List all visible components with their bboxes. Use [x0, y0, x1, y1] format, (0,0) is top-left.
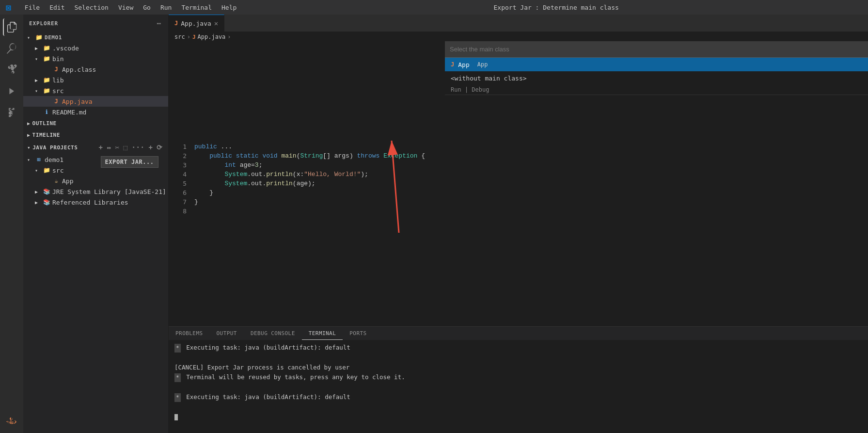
vscode-logo-icon: ⊠	[6, 2, 11, 13]
source-control-activity-icon[interactable]	[3, 61, 20, 79]
chevron-right-icon3: ▶	[27, 121, 31, 126]
readme-icon: ℹ	[43, 108, 50, 116]
tree-java-app[interactable]: ☕ App	[23, 176, 168, 186]
menu-run[interactable]: Run	[157, 3, 175, 12]
dropdown-java-icon: J	[451, 61, 454, 68]
jre-lib-icon: 📚	[43, 188, 50, 195]
more-btn[interactable]: ···	[130, 143, 146, 152]
menu-view[interactable]: View	[114, 3, 137, 12]
tree-java-demo1[interactable]: ▾ ⊞ demo1	[23, 154, 168, 165]
terminal-line-blank2	[174, 383, 862, 392]
breadcrumb-sep2: ›	[227, 33, 231, 40]
breadcrumb-src[interactable]: src	[174, 33, 185, 40]
copy-btn[interactable]: ⬚	[122, 143, 129, 152]
timeline-section[interactable]: ▶ TIMELINE	[23, 129, 168, 141]
lib-folder-icon: 📁	[43, 76, 50, 84]
menu-selection[interactable]: Selection	[70, 3, 112, 12]
line-numbers: 1 2 3 4 5 6 7 8	[169, 140, 190, 326]
add-btn2[interactable]: +	[147, 143, 154, 152]
scissors-btn[interactable]: ✂	[114, 143, 121, 152]
breadcrumb-file[interactable]: App.java	[198, 33, 226, 40]
tree-vscode[interactable]: ▶ 📁 .vscode	[23, 43, 168, 53]
menu-file[interactable]: File	[21, 3, 44, 12]
code-line-6: }	[194, 188, 868, 197]
window-title: Export Jar : Determine main class	[250, 4, 862, 11]
terminal-cursor	[174, 414, 178, 420]
folder-icon: 📁	[35, 33, 43, 41]
explorer-header: Explorer ⋯	[23, 15, 168, 32]
tab-close-btn[interactable]: ✕	[214, 19, 218, 27]
explorer-activity-icon[interactable]	[3, 18, 20, 36]
terminal-content[interactable]: * Executing task: java (buildArtifact): …	[169, 340, 868, 433]
tree-bin[interactable]: ▾ 📁 bin	[23, 53, 168, 64]
menu-help[interactable]: Help	[218, 3, 240, 12]
dropdown-item-app[interactable]: J App App	[445, 58, 868, 71]
app-java-icon: J	[52, 97, 60, 105]
java-toolbar: + ↔ Export Jar... ✂ ⬚ ··· + ⟳	[97, 143, 164, 152]
chevron-right-icon5: ▶	[35, 189, 43, 194]
terminal-line-cancel: [CANCEL] Export Jar process is cancelled…	[174, 363, 862, 372]
titlebar: ⊠ File Edit Selection View Go Run Termin…	[0, 0, 868, 15]
tree-java-src[interactable]: ▾ 📁 src	[23, 165, 168, 176]
tab-app-java[interactable]: J App.java ✕	[169, 15, 224, 32]
asterisk-icon-3: *	[174, 393, 181, 402]
sidebar: Explorer ⋯ ▾ 📁 DEMO1 ▶ 📁 .vscode ▾ 📁 bin…	[23, 15, 169, 433]
run-debug-activity-icon[interactable]	[3, 82, 20, 100]
terminal-line-reuse: * Terminal will be reused by tasks, pres…	[174, 373, 862, 382]
activity-bar	[0, 15, 23, 433]
code-content[interactable]: public ... public static void main(Strin…	[190, 140, 868, 326]
tree-readme[interactable]: ℹ README.md	[23, 107, 168, 117]
src-folder-icon: 📁	[43, 87, 50, 95]
add-project-btn[interactable]: +	[97, 143, 105, 152]
app-class-icon: ☕	[52, 177, 60, 185]
refresh-btn[interactable]: ⟳	[155, 143, 164, 152]
search-activity-icon[interactable]	[3, 40, 20, 57]
ref-libs-icon: 📚	[43, 198, 50, 206]
chevron-right-icon4: ▶	[27, 132, 31, 138]
chevron-down-icon6: ▾	[27, 157, 35, 162]
asterisk-icon-2: *	[174, 373, 181, 382]
tree-demo1[interactable]: ▾ 📁 DEMO1	[23, 32, 168, 43]
menu-bar: File Edit Selection View Go Run Terminal…	[21, 3, 240, 12]
menu-go[interactable]: Go	[139, 3, 155, 12]
menu-terminal[interactable]: Terminal	[177, 3, 216, 12]
tab-debug-console[interactable]: DEBUG CONSOLE	[244, 327, 302, 340]
code-line-8	[194, 207, 868, 216]
dropdown-item-no-main[interactable]: <without main class>	[445, 71, 868, 85]
tab-terminal[interactable]: TERMINAL	[302, 327, 343, 340]
tree-src[interactable]: ▾ 📁 src	[23, 85, 168, 96]
tree-ref-libs[interactable]: ▶ 📚 Referenced Libraries	[23, 197, 168, 208]
tab-problems[interactable]: PROBLEMS	[169, 327, 210, 340]
java-file-icon: J	[52, 65, 60, 73]
java-projects-header[interactable]: ▾ JAVA PROJECTS + ↔ Export Jar... ✂ ⬚ ··…	[23, 141, 168, 154]
tree-lib[interactable]: ▶ 📁 lib	[23, 75, 168, 85]
tree-app-class[interactable]: J App.class	[23, 64, 168, 75]
menu-edit[interactable]: Edit	[46, 3, 68, 12]
tab-output[interactable]: OUTPUT	[210, 327, 244, 340]
terminal-line-3: * Executing task: java (buildArtifact): …	[174, 393, 862, 402]
terminal-line-blank3	[174, 403, 862, 412]
java-src-folder-icon: 📁	[43, 166, 50, 174]
new-file-icon[interactable]: ⋯	[156, 18, 162, 28]
export-jar-btn[interactable]: ↔ Export Jar...	[106, 143, 113, 152]
extensions-activity-icon[interactable]	[3, 104, 20, 121]
chevron-down-icon5: ▾	[27, 144, 31, 151]
tab-ports[interactable]: PORTS	[343, 327, 373, 340]
breadcrumb-java-icon: J	[192, 34, 196, 40]
code-line-1: public ...	[194, 142, 868, 151]
java-activity-icon[interactable]	[3, 412, 20, 429]
code-editor[interactable]: 1 2 3 4 5 6 7 8 public ... public static…	[169, 140, 868, 326]
asterisk-icon-1: *	[174, 344, 181, 353]
editor-area: J App.java ✕ src › J App.java › J App Ap…	[169, 15, 868, 433]
tree-app-java[interactable]: J App.java	[23, 96, 168, 107]
code-line-7: }	[194, 197, 868, 207]
code-line-2: public static void main(String[] args) t…	[194, 151, 868, 160]
code-line-4: System.out.println(x:"Hello, World!");	[194, 170, 868, 179]
breadcrumb-sep1: ›	[187, 33, 190, 40]
outline-section[interactable]: ▶ OUTLINE	[23, 117, 168, 129]
main-class-search-input[interactable]	[445, 41, 868, 58]
terminal-cursor-line	[174, 413, 862, 421]
tab-java-icon: J	[174, 20, 178, 27]
tree-jre-lib[interactable]: ▶ 📚 JRE System Library [JavaSE-21]	[23, 186, 168, 197]
chevron-down-icon2: ▾	[35, 56, 43, 62]
